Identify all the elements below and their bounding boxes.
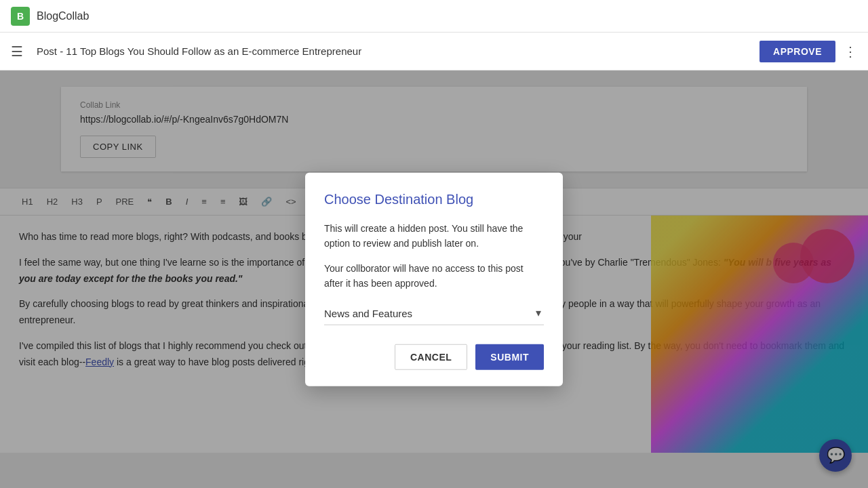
- destination-blog-select-wrapper: News and Features Technology Business Ma…: [324, 302, 544, 325]
- app-logo: B: [11, 7, 30, 26]
- hamburger-icon[interactable]: ☰: [11, 43, 23, 60]
- cancel-button[interactable]: CANCEL: [395, 344, 467, 369]
- post-title: Post - 11 Top Blogs You Should Follow as…: [37, 45, 760, 57]
- dialog-body-line1: This will create a hidden post. You stil…: [324, 221, 544, 251]
- dialog-title: Choose Destination Blog: [324, 192, 544, 207]
- submit-button[interactable]: SUBMIT: [475, 344, 544, 369]
- more-options-icon[interactable]: ⋮: [844, 43, 857, 60]
- choose-destination-dialog: Choose Destination Blog This will create…: [305, 173, 563, 386]
- dialog-body-line2: Your collborator will have no access to …: [324, 261, 544, 291]
- destination-blog-select[interactable]: News and Features Technology Business Ma…: [324, 302, 544, 324]
- post-toolbar: ☰ Post - 11 Top Blogs You Should Follow …: [0, 33, 868, 70]
- main-content: Collab Link https://blogcollab.io/#/p/-K…: [0, 70, 868, 488]
- approve-button[interactable]: APPROVE: [760, 41, 835, 62]
- dialog-body: This will create a hidden post. You stil…: [324, 221, 544, 291]
- app-title: BlogCollab: [37, 10, 89, 22]
- app-bar: B BlogCollab: [0, 0, 868, 33]
- dialog-actions: CANCEL SUBMIT: [324, 344, 544, 369]
